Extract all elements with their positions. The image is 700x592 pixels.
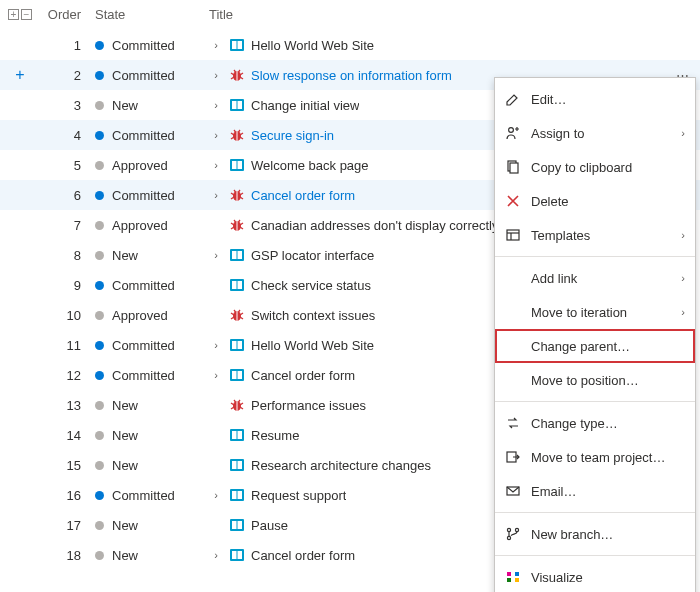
order-cell: 16	[40, 488, 95, 503]
state-dot-icon	[95, 131, 104, 140]
menu-separator	[495, 256, 695, 257]
menu-item-label: Templates	[531, 228, 671, 243]
menu-item-move-to-team-project[interactable]: Move to team project…	[495, 440, 695, 474]
changetype-icon	[505, 415, 521, 431]
menu-item-move-to-position[interactable]: Move to position…	[495, 363, 695, 397]
menu-item-label: New branch…	[531, 527, 685, 542]
chevron-right-icon: ›	[681, 127, 685, 139]
menu-item-new-branch[interactable]: New branch…	[495, 517, 695, 551]
state-cell: Approved	[95, 308, 205, 323]
order-cell: 17	[40, 518, 95, 533]
chevron-right-icon[interactable]: ›	[209, 489, 223, 501]
backlog-item-icon	[229, 517, 245, 533]
menu-item-label: Move to position…	[531, 373, 685, 388]
order-cell: 9	[40, 278, 95, 293]
chevron-right-icon[interactable]: ›	[209, 99, 223, 111]
title-text[interactable]: Slow response on information form	[251, 68, 452, 83]
state-label: Committed	[112, 488, 175, 503]
menu-separator	[495, 555, 695, 556]
title-text: Switch context issues	[251, 308, 375, 323]
backlog-item-icon	[229, 97, 245, 113]
menu-item-change-parent[interactable]: Change parent…	[495, 329, 695, 363]
move-icon	[505, 449, 521, 465]
state-cell: Committed	[95, 338, 205, 353]
bug-icon	[229, 67, 245, 83]
state-label: New	[112, 398, 138, 413]
chevron-right-icon[interactable]: ›	[209, 549, 223, 561]
backlog-item-icon	[229, 247, 245, 263]
state-label: New	[112, 518, 138, 533]
state-label: New	[112, 548, 138, 563]
title-text: Hello World Web Site	[251, 38, 374, 53]
collapse-all-icon[interactable]: −	[21, 9, 32, 20]
state-label: Committed	[112, 338, 175, 353]
title-text: Pause	[251, 518, 288, 533]
email-icon	[505, 483, 521, 499]
expand-all-icon[interactable]: +	[8, 9, 19, 20]
state-label: Committed	[112, 368, 175, 383]
state-cell: New	[95, 428, 205, 443]
chevron-right-icon[interactable]: ›	[209, 369, 223, 381]
bug-icon	[229, 127, 245, 143]
column-header-title[interactable]: Title	[205, 7, 666, 22]
title-text: Performance issues	[251, 398, 366, 413]
column-header-order[interactable]: Order	[40, 7, 95, 22]
title-text: Check service status	[251, 278, 371, 293]
state-cell: New	[95, 518, 205, 533]
chevron-right-icon[interactable]: ›	[209, 129, 223, 141]
menu-item-label: Email…	[531, 484, 685, 499]
order-cell: 12	[40, 368, 95, 383]
title-text: Request support	[251, 488, 346, 503]
title-cell: ›Hello World Web Site	[205, 37, 666, 53]
chevron-right-icon: ›	[681, 229, 685, 241]
state-dot-icon	[95, 311, 104, 320]
chevron-right-icon[interactable]: ›	[209, 339, 223, 351]
menu-item-label: Move to iteration	[531, 305, 671, 320]
menu-item-label: Visualize	[531, 570, 685, 571]
state-cell: New	[95, 248, 205, 263]
menu-item-edit[interactable]: Edit…	[495, 82, 695, 116]
menu-item-move-to-iteration[interactable]: Move to iteration›	[495, 295, 695, 329]
menu-item-visualize[interactable]: Visualize	[495, 560, 695, 570]
table-header: + − Order State Title	[0, 0, 700, 30]
branch-icon	[505, 526, 521, 542]
state-cell: New	[95, 398, 205, 413]
state-cell: Committed	[95, 368, 205, 383]
order-cell: 8	[40, 248, 95, 263]
chevron-right-icon[interactable]: ›	[209, 69, 223, 81]
backlog-item-icon	[229, 457, 245, 473]
copy-icon	[505, 159, 521, 175]
title-text[interactable]: Secure sign-in	[251, 128, 334, 143]
backlog-item-icon	[229, 547, 245, 563]
menu-item-add-link[interactable]: Add link›	[495, 261, 695, 295]
order-cell: 2	[40, 68, 95, 83]
chevron-right-icon[interactable]: ›	[209, 39, 223, 51]
state-cell: New	[95, 458, 205, 473]
edit-icon	[505, 91, 521, 107]
state-label: Committed	[112, 278, 175, 293]
state-cell: Approved	[95, 218, 205, 233]
menu-item-label: Change type…	[531, 416, 685, 431]
menu-item-assign-to[interactable]: Assign to›	[495, 116, 695, 150]
state-dot-icon	[95, 461, 104, 470]
column-header-state[interactable]: State	[95, 7, 205, 22]
chevron-right-icon[interactable]: ›	[209, 159, 223, 171]
context-menu: Edit…Assign to›Copy to clipboardDeleteTe…	[494, 77, 696, 570]
state-cell: New	[95, 548, 205, 563]
menu-item-templates[interactable]: Templates›	[495, 218, 695, 252]
order-cell: 1	[40, 38, 95, 53]
table-row[interactable]: 1Committed›Hello World Web Site	[0, 30, 700, 60]
chevron-right-icon[interactable]: ›	[209, 249, 223, 261]
menu-item-copy-to-clipboard[interactable]: Copy to clipboard	[495, 150, 695, 184]
backlog-item-icon	[229, 427, 245, 443]
menu-item-label: Move to team project…	[531, 450, 685, 465]
title-text[interactable]: Cancel order form	[251, 188, 355, 203]
add-child-icon[interactable]: +	[11, 66, 29, 84]
chevron-right-icon[interactable]: ›	[209, 189, 223, 201]
menu-item-email[interactable]: Email…	[495, 474, 695, 508]
menu-item-change-type[interactable]: Change type…	[495, 406, 695, 440]
menu-item-label: Copy to clipboard	[531, 160, 685, 175]
title-text: Welcome back page	[251, 158, 369, 173]
templates-icon	[505, 227, 521, 243]
menu-item-delete[interactable]: Delete	[495, 184, 695, 218]
